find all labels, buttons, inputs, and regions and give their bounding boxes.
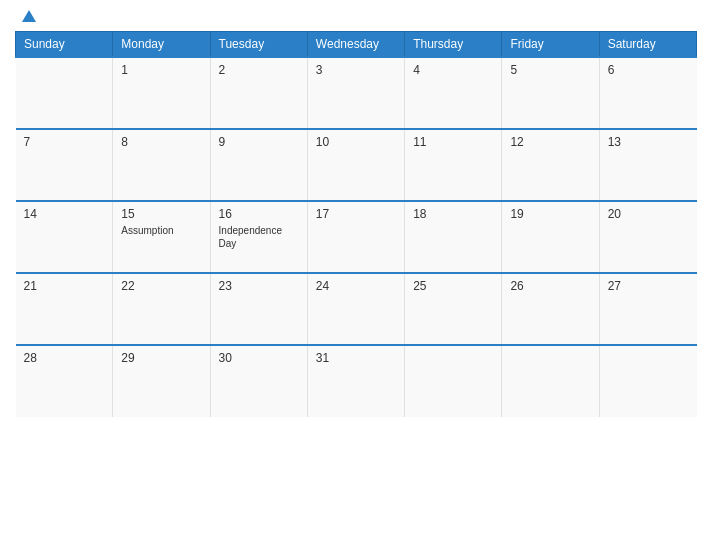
calendar-cell: 16Independence Day xyxy=(210,201,307,273)
calendar-cell: 24 xyxy=(307,273,404,345)
day-number: 22 xyxy=(121,279,201,293)
week-row-4: 28293031 xyxy=(16,345,697,417)
day-number: 31 xyxy=(316,351,396,365)
day-number: 5 xyxy=(510,63,590,77)
day-number: 1 xyxy=(121,63,201,77)
calendar-cell: 29 xyxy=(113,345,210,417)
day-number: 2 xyxy=(219,63,299,77)
calendar-cell: 28 xyxy=(16,345,113,417)
weekday-header-monday: Monday xyxy=(113,32,210,58)
calendar-cell: 31 xyxy=(307,345,404,417)
calendar-container: SundayMondayTuesdayWednesdayThursdayFrid… xyxy=(0,0,712,550)
day-number: 21 xyxy=(24,279,105,293)
logo-blue-row xyxy=(20,10,36,23)
calendar-cell: 11 xyxy=(405,129,502,201)
day-number: 4 xyxy=(413,63,493,77)
day-number: 18 xyxy=(413,207,493,221)
calendar-header xyxy=(15,10,697,23)
calendar-cell: 7 xyxy=(16,129,113,201)
day-event: Independence Day xyxy=(219,224,299,250)
calendar-cell: 15Assumption xyxy=(113,201,210,273)
day-number: 25 xyxy=(413,279,493,293)
day-number: 6 xyxy=(608,63,689,77)
calendar-cell: 10 xyxy=(307,129,404,201)
calendar-cell: 23 xyxy=(210,273,307,345)
calendar-cell: 14 xyxy=(16,201,113,273)
day-number: 8 xyxy=(121,135,201,149)
day-number: 15 xyxy=(121,207,201,221)
weekday-header-tuesday: Tuesday xyxy=(210,32,307,58)
calendar-cell: 4 xyxy=(405,57,502,129)
calendar-cell: 3 xyxy=(307,57,404,129)
calendar-cell xyxy=(599,345,696,417)
week-row-0: 123456 xyxy=(16,57,697,129)
calendar-cell: 19 xyxy=(502,201,599,273)
calendar-body: 123456789101112131415Assumption16Indepen… xyxy=(16,57,697,417)
calendar-thead: SundayMondayTuesdayWednesdayThursdayFrid… xyxy=(16,32,697,58)
day-number: 30 xyxy=(219,351,299,365)
calendar-cell: 13 xyxy=(599,129,696,201)
day-number: 13 xyxy=(608,135,689,149)
calendar-cell: 20 xyxy=(599,201,696,273)
calendar-cell: 9 xyxy=(210,129,307,201)
logo-triangle-icon xyxy=(22,10,36,22)
weekday-header-wednesday: Wednesday xyxy=(307,32,404,58)
day-number: 19 xyxy=(510,207,590,221)
calendar-cell xyxy=(16,57,113,129)
weekday-header-friday: Friday xyxy=(502,32,599,58)
day-number: 27 xyxy=(608,279,689,293)
calendar-cell: 18 xyxy=(405,201,502,273)
week-row-3: 21222324252627 xyxy=(16,273,697,345)
weekday-header-thursday: Thursday xyxy=(405,32,502,58)
calendar-cell: 17 xyxy=(307,201,404,273)
day-number: 23 xyxy=(219,279,299,293)
calendar-cell xyxy=(405,345,502,417)
calendar-cell: 22 xyxy=(113,273,210,345)
calendar-cell: 21 xyxy=(16,273,113,345)
day-number: 20 xyxy=(608,207,689,221)
calendar-cell: 2 xyxy=(210,57,307,129)
calendar-cell: 1 xyxy=(113,57,210,129)
calendar-cell: 27 xyxy=(599,273,696,345)
calendar-table: SundayMondayTuesdayWednesdayThursdayFrid… xyxy=(15,31,697,417)
week-row-1: 78910111213 xyxy=(16,129,697,201)
day-number: 24 xyxy=(316,279,396,293)
day-event: Assumption xyxy=(121,224,201,237)
day-number: 11 xyxy=(413,135,493,149)
day-number: 9 xyxy=(219,135,299,149)
day-number: 12 xyxy=(510,135,590,149)
day-number: 16 xyxy=(219,207,299,221)
day-number: 3 xyxy=(316,63,396,77)
day-number: 10 xyxy=(316,135,396,149)
calendar-cell: 30 xyxy=(210,345,307,417)
day-number: 17 xyxy=(316,207,396,221)
weekday-header-saturday: Saturday xyxy=(599,32,696,58)
calendar-cell: 8 xyxy=(113,129,210,201)
week-row-2: 1415Assumption16Independence Day17181920 xyxy=(16,201,697,273)
day-number: 28 xyxy=(24,351,105,365)
calendar-cell: 25 xyxy=(405,273,502,345)
logo xyxy=(20,10,36,23)
calendar-cell: 26 xyxy=(502,273,599,345)
calendar-cell: 12 xyxy=(502,129,599,201)
day-number: 29 xyxy=(121,351,201,365)
calendar-cell: 6 xyxy=(599,57,696,129)
day-number: 7 xyxy=(24,135,105,149)
day-number: 26 xyxy=(510,279,590,293)
calendar-cell: 5 xyxy=(502,57,599,129)
weekday-header-sunday: Sunday xyxy=(16,32,113,58)
weekday-header-row: SundayMondayTuesdayWednesdayThursdayFrid… xyxy=(16,32,697,58)
day-number: 14 xyxy=(24,207,105,221)
calendar-cell xyxy=(502,345,599,417)
